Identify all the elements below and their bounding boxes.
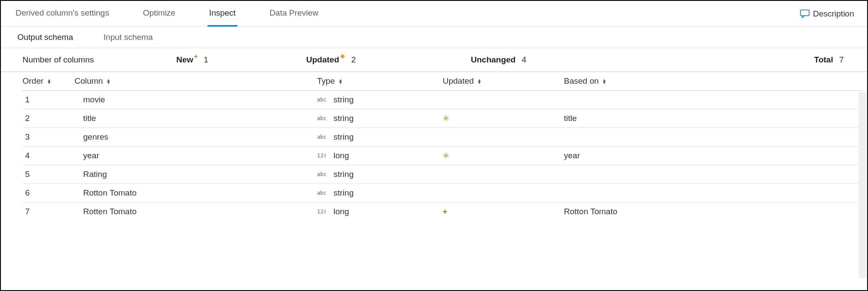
- type-value: long: [334, 207, 349, 216]
- tab-derived-settings[interactable]: Derived column's settings: [14, 1, 111, 26]
- number-type-icon: 12ℓ: [317, 153, 328, 159]
- svg-rect-0: [800, 10, 809, 16]
- header-updated[interactable]: Updated: [443, 72, 564, 91]
- cell-order: 5: [23, 165, 74, 184]
- cell-order: 3: [23, 128, 74, 147]
- cell-column: year: [74, 147, 317, 165]
- string-type-icon: abc: [317, 134, 328, 140]
- cell-type: abcstring: [317, 165, 443, 184]
- cell-updated: ✳: [443, 147, 564, 165]
- updated-mark-icon: ✳: [443, 151, 449, 160]
- schema-table-container: Order Column Type Updated Based on 1movi…: [5, 72, 863, 288]
- cell-updated: [443, 184, 564, 203]
- unchanged-value: 4: [521, 55, 526, 65]
- plus-icon: +: [194, 53, 198, 60]
- type-value: long: [334, 151, 349, 160]
- header-type[interactable]: Type: [317, 72, 443, 91]
- updated-value: 2: [351, 55, 356, 65]
- type-value: string: [334, 114, 353, 123]
- type-value: string: [334, 95, 353, 105]
- cell-basedon: Rotton Tomato: [564, 203, 863, 221]
- cell-basedon: [564, 128, 863, 147]
- cell-type: 12ℓlong: [317, 203, 443, 221]
- subtab-input-schema[interactable]: Input schema: [104, 33, 153, 42]
- new-label: New: [176, 55, 193, 65]
- tab-optimize[interactable]: Optimize: [141, 1, 177, 26]
- cell-updated: [443, 128, 564, 147]
- sort-icon: [477, 79, 482, 84]
- header-order[interactable]: Order: [23, 72, 74, 91]
- cell-basedon: [564, 165, 863, 184]
- cell-type: abcstring: [317, 91, 443, 109]
- sort-icon: [602, 79, 606, 84]
- cell-basedon: year: [564, 147, 863, 165]
- updated-label: Updated: [306, 55, 339, 65]
- cell-type: abcstring: [317, 184, 443, 203]
- new-mark-icon: +: [443, 207, 447, 216]
- sort-icon: [338, 79, 343, 84]
- cell-updated: ✳: [443, 109, 564, 128]
- table-row[interactable]: 1movieabcstring: [23, 91, 863, 109]
- table-row[interactable]: 7Rotten Tomato12ℓlong+Rotton Tomato: [23, 203, 863, 221]
- schema-table: Order Column Type Updated Based on 1movi…: [23, 72, 863, 221]
- columns-count-label: Number of columns: [23, 55, 94, 65]
- cell-type: abcstring: [317, 109, 443, 128]
- schema-stats-bar: Number of columns New + 1 Updated ✳ 2 Un…: [1, 48, 867, 72]
- string-type-icon: abc: [317, 190, 328, 196]
- cell-order: 4: [23, 147, 74, 165]
- table-row[interactable]: 6Rotton Tomatoabcstring: [23, 184, 863, 203]
- string-type-icon: abc: [317, 115, 328, 121]
- cell-updated: [443, 165, 564, 184]
- type-value: string: [334, 132, 353, 142]
- cell-basedon: [564, 184, 863, 203]
- type-value: string: [334, 188, 353, 198]
- table-row[interactable]: 3genresabcstring: [23, 128, 863, 147]
- unchanged-label: Unchanged: [471, 55, 515, 65]
- tab-inspect[interactable]: Inspect: [207, 1, 237, 26]
- type-value: string: [334, 170, 353, 179]
- table-row[interactable]: 4year12ℓlong✳year: [23, 147, 863, 165]
- cell-order: 7: [23, 203, 74, 221]
- total-value: 7: [839, 55, 844, 65]
- top-tab-bar: Derived column's settings Optimize Inspe…: [1, 1, 867, 27]
- header-column[interactable]: Column: [74, 72, 317, 91]
- cell-column: movie: [74, 91, 317, 109]
- asterisk-icon: ✳: [340, 53, 345, 60]
- string-type-icon: abc: [317, 97, 328, 103]
- sort-icon: [106, 79, 110, 84]
- new-value: 1: [204, 55, 208, 65]
- cell-column: Rotten Tomato: [74, 203, 317, 221]
- table-row[interactable]: 5Ratingabcstring: [23, 165, 863, 184]
- vertical-scrollbar[interactable]: [858, 92, 866, 278]
- tab-data-preview[interactable]: Data Preview: [268, 1, 320, 26]
- description-button[interactable]: Description: [800, 9, 854, 19]
- cell-column: Rotton Tomato: [74, 184, 317, 203]
- total-label: Total: [814, 55, 833, 65]
- cell-type: 12ℓlong: [317, 147, 443, 165]
- cell-column: Rating: [74, 165, 317, 184]
- schema-subtabs: Output schema Input schema: [1, 27, 867, 48]
- sort-icon: [47, 79, 52, 84]
- cell-basedon: title: [564, 109, 863, 128]
- updated-mark-icon: ✳: [443, 114, 449, 123]
- cell-type: abcstring: [317, 128, 443, 147]
- number-type-icon: 12ℓ: [317, 209, 328, 215]
- cell-updated: +: [443, 203, 564, 221]
- header-basedon[interactable]: Based on: [564, 72, 863, 91]
- subtab-output-schema[interactable]: Output schema: [17, 33, 73, 42]
- table-row[interactable]: 2titleabcstring✳title: [23, 109, 863, 128]
- cell-order: 1: [23, 91, 74, 109]
- cell-order: 6: [23, 184, 74, 203]
- cell-column: genres: [74, 128, 317, 147]
- cell-updated: [443, 91, 564, 109]
- cell-basedon: [564, 91, 863, 109]
- cell-order: 2: [23, 109, 74, 128]
- cell-column: title: [74, 109, 317, 128]
- string-type-icon: abc: [317, 171, 328, 177]
- description-label: Description: [813, 9, 854, 19]
- comment-icon: [800, 10, 810, 18]
